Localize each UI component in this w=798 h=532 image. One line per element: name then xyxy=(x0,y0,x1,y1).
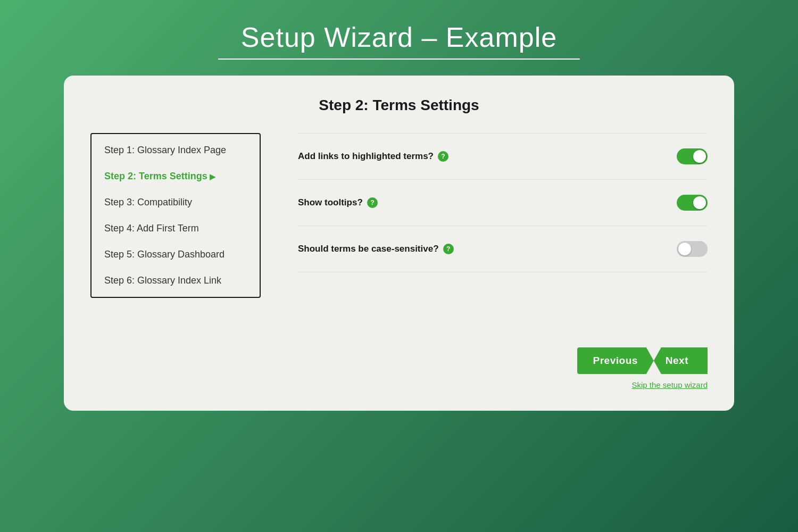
toggle-tooltips_setting[interactable] xyxy=(677,195,708,211)
steps-sidebar: Step 1: Glossary Index PageStep 2: Terms… xyxy=(90,133,261,298)
nav-btn-group: Previous Next xyxy=(577,347,708,374)
buttons-wrapper: Previous Next Skip the setup wizard xyxy=(298,331,708,389)
sidebar-item-step3[interactable]: Step 3: Compatibility xyxy=(104,197,247,208)
wizard-body: Step 1: Glossary Index PageStep 2: Terms… xyxy=(90,133,708,389)
sidebar-item-step6[interactable]: Step 6: Glossary Index Link xyxy=(104,275,247,286)
wizard-content: Add links to highlighted terms??Show too… xyxy=(282,133,708,389)
setting-label-text: Show tooltips? xyxy=(298,197,363,208)
page-header: Setup Wizard – Example xyxy=(218,21,580,60)
help-icon-links_setting[interactable]: ? xyxy=(438,151,448,162)
toggle-thumb-links_setting xyxy=(693,150,706,163)
toggle-thumb-case_sensitive_setting xyxy=(678,243,691,255)
setting-label-case_sensitive_setting: Should terms be case-sensitive?? xyxy=(298,244,677,254)
sidebar-item-step2[interactable]: Step 2: Terms Settings ▶ xyxy=(104,171,247,182)
sidebar-item-step4[interactable]: Step 4: Add First Term xyxy=(104,223,247,234)
setting-row-tooltips_setting: Show tooltips?? xyxy=(298,180,708,226)
page-title: Setup Wizard – Example xyxy=(218,21,580,53)
skip-link[interactable]: Skip the setup wizard xyxy=(631,380,708,389)
settings-list: Add links to highlighted terms??Show too… xyxy=(298,133,708,321)
sidebar-item-step5[interactable]: Step 5: Glossary Dashboard xyxy=(104,249,247,260)
setting-label-tooltips_setting: Show tooltips?? xyxy=(298,197,677,208)
active-step-arrow: ▶ xyxy=(210,172,215,181)
sidebar-item-step1[interactable]: Step 1: Glossary Index Page xyxy=(104,145,247,156)
title-underline xyxy=(218,59,580,60)
previous-button[interactable]: Previous xyxy=(577,347,654,374)
setting-label-text: Should terms be case-sensitive? xyxy=(298,244,439,254)
setting-row-links_setting: Add links to highlighted terms?? xyxy=(298,133,708,180)
setting-label-links_setting: Add links to highlighted terms?? xyxy=(298,151,677,162)
help-icon-tooltips_setting[interactable]: ? xyxy=(367,197,378,208)
next-button[interactable]: Next xyxy=(654,347,708,374)
toggle-links_setting[interactable] xyxy=(677,148,708,164)
setting-row-case_sensitive_setting: Should terms be case-sensitive?? xyxy=(298,226,708,272)
help-icon-case_sensitive_setting[interactable]: ? xyxy=(443,244,454,254)
toggle-thumb-tooltips_setting xyxy=(693,196,706,209)
buttons-row: Previous Next xyxy=(577,347,708,374)
toggle-case_sensitive_setting[interactable] xyxy=(677,241,708,257)
setting-label-text: Add links to highlighted terms? xyxy=(298,151,434,162)
wizard-card: Step 2: Terms Settings Step 1: Glossary … xyxy=(64,76,734,411)
step-title: Step 2: Terms Settings xyxy=(90,97,708,114)
